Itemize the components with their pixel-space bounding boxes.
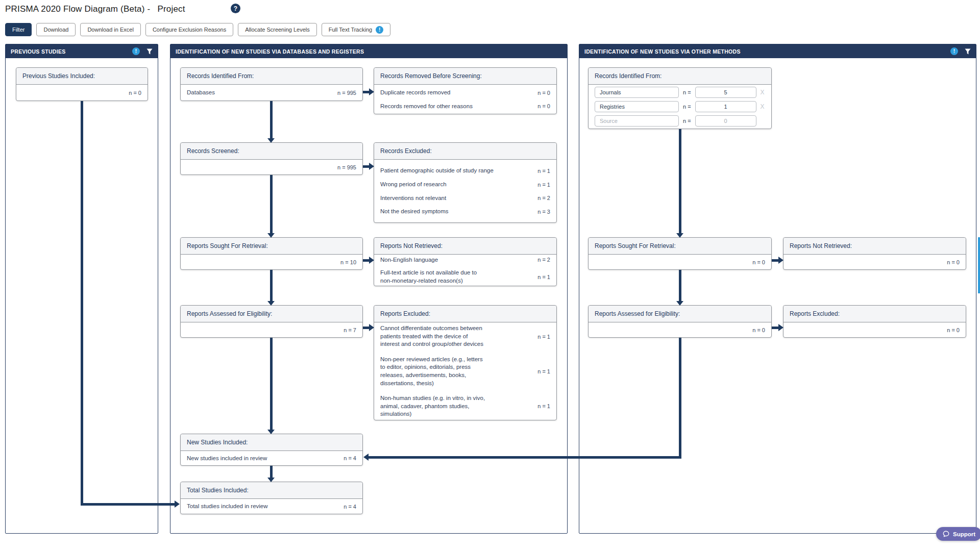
arrow-head-icon [267,233,275,238]
arrow-head-icon [267,430,275,434]
row-label: Non-English language [380,256,438,264]
source-name-input[interactable] [595,101,679,112]
n-value: n = 1 [537,334,550,340]
box-title: New Studies Included: [181,434,362,451]
source-row: n = X [595,87,765,98]
arrow-head-icon [778,324,783,331]
full-text-tracking-button[interactable]: Full Text Tracking ! [322,23,390,36]
row-label: Wrong period of research [380,181,447,189]
arrow-head-icon [267,478,275,482]
toolbar: Filter Download Download in Excel Config… [5,23,390,36]
box-title: Records Identified From: [589,68,771,85]
box-title: Records Screened: [181,143,362,160]
box-records-removed-before-screening: Records Removed Before Screening: Duplic… [374,67,557,114]
source-name-input[interactable] [595,115,679,127]
arrow-head-icon [369,88,374,95]
flow-arrow [270,466,273,478]
source-count-input[interactable] [695,101,756,112]
allocate-screening-levels-button[interactable]: Allocate Screening Levels [238,23,317,36]
box-title: Reports Sought For Retrieval: [589,238,771,255]
source-count-input[interactable] [695,87,756,98]
n-value: n = 0 [752,259,765,265]
n-value: n = 1 [537,368,550,374]
app-screen: PRISMA 2020 Flow Diagram (Beta) -Project… [0,0,980,551]
alert-badge-icon: ! [376,26,383,34]
box-records-identified-from: Records Identified From: Databases n = 9… [180,67,363,101]
n-value: n = 1 [537,403,550,409]
panel-previous-studies-header: PREVIOUS STUDIES ! [6,44,158,58]
remove-source-button[interactable]: X [761,103,765,110]
box-other-reports-assessed: Reports Assessed for Eligibility: n = 0 [588,305,772,338]
box-reports-sought-retrieval: Reports Sought For Retrieval: n = 10 [180,237,363,270]
vertical-scrollbar[interactable] [978,237,980,293]
n-value: n = 0 [947,259,960,265]
flow-connector [81,101,83,506]
filter-icon[interactable] [965,48,971,55]
n-value: n = 995 [337,164,356,170]
panel-databases-registers-header: IDENTIFICATION OF NEW STUDIES VIA DATABA… [170,44,567,58]
source-row: n = [595,115,765,127]
arrow-head-icon [676,233,683,238]
n-equals-label: n = [683,89,691,95]
box-title: Records Identified From: [181,68,362,85]
box-previous-studies-included: Previous Studies Included: n = 0 [16,67,148,101]
box-title: Total Studies Included: [181,482,362,499]
source-count-input[interactable] [695,115,756,127]
help-icon[interactable]: ? [231,4,240,13]
remove-source-button[interactable]: X [761,89,765,96]
download-excel-button[interactable]: Download in Excel [80,23,141,36]
n-value: n = 0 [947,327,960,333]
flow-arrow [772,259,779,262]
info-icon[interactable]: ! [132,47,140,55]
row-label: Patient demographic outside of study ran… [380,167,494,175]
row-label: Interventions not relevant [380,194,446,203]
box-title: Records Excluded: [374,143,556,160]
box-reports-excluded: Reports Excluded: Cannot differentiate o… [374,305,557,420]
download-button[interactable]: Download [36,23,76,36]
box-title: Reports Not Retrieved: [783,238,966,255]
n-value: n = 2 [537,195,550,201]
source-row: n = X [595,101,765,112]
n-value: n = 4 [344,455,356,461]
flow-connector [369,456,681,459]
row-label: Records removed for other reasons [380,103,473,111]
source-name-input[interactable] [595,87,679,98]
box-new-studies-included: New Studies Included: New studies includ… [180,434,363,466]
n-value: n = 1 [537,168,550,174]
arrow-head-icon [363,454,369,461]
box-title: Reports Excluded: [374,306,556,322]
box-other-reports-excluded: Reports Excluded: n = 0 [783,305,966,338]
box-title: Reports Sought For Retrieval: [181,238,362,255]
n-value: n = 2 [537,257,550,263]
box-reports-not-retrieved: Reports Not Retrieved: Non-English langu… [374,237,557,286]
support-button[interactable]: Support [936,527,980,541]
help-glyph: ? [234,5,237,12]
n-value: n = 1 [537,182,550,188]
flow-arrow [270,175,273,234]
row-label: Databases [187,89,215,97]
n-value: n = 0 [537,103,550,109]
arrow-head-icon [369,324,374,331]
n-value: n = 0 [129,90,141,96]
box-title: Records Removed Before Screening: [374,68,556,85]
support-label: Support [953,531,975,537]
filter-button[interactable]: Filter [5,23,32,36]
filter-icon[interactable] [146,48,153,55]
box-title: Reports Assessed for Eligibility: [589,306,771,322]
flow-arrow [772,327,779,329]
box-title: Reports Assessed for Eligibility: [181,306,362,322]
info-icon[interactable]: ! [950,47,958,55]
n-value: n = 10 [340,259,356,265]
n-value: n = 0 [752,327,765,333]
panel-databases-registers-title: IDENTIFICATION OF NEW STUDIES VIA DATABA… [176,48,364,55]
n-equals-label: n = [683,118,691,124]
flow-arrow [270,270,273,302]
page-title: PRISMA 2020 Flow Diagram (Beta) -Project [5,4,185,14]
row-label: Non-peer reviewed articles (e.g., letter… [380,356,485,387]
n-value: n = 1 [537,274,550,280]
n-value: n = 0 [537,90,550,96]
flow-arrow [679,129,681,234]
box-title: Reports Excluded: [783,306,966,322]
configure-exclusion-reasons-button[interactable]: Configure Exclusion Reasons [145,23,233,36]
box-total-studies-included: Total Studies Included: Total studies in… [180,482,363,514]
